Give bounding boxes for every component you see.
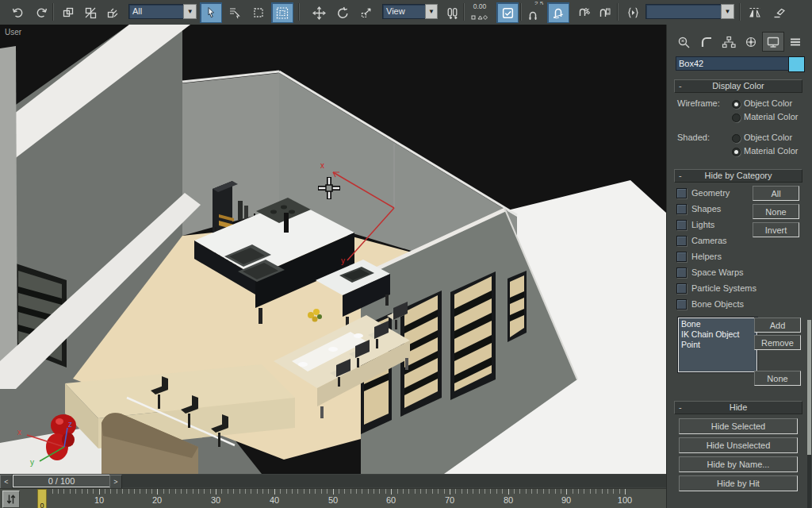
particle-systems-checkbox[interactable] [676, 283, 687, 294]
named-selection-sets-dropdown[interactable]: ▼ [645, 4, 734, 19]
next-frame-button[interactable]: > [109, 475, 122, 489]
panel-scrollbar[interactable] [807, 320, 811, 508]
rollout-hide[interactable]: - Hide [674, 401, 802, 414]
display-icon [766, 36, 780, 48]
reference-coordinate-dropdown[interactable]: View ▼ [382, 4, 438, 19]
angle-snap-toggle[interactable] [547, 2, 569, 23]
frame-tick [543, 489, 544, 494]
rollout-hide-by-category[interactable]: - Hide by Category [674, 169, 802, 183]
frame-tick [450, 489, 450, 495]
undo-button[interactable] [6, 2, 29, 23]
hide-by-hit-button[interactable]: Hide by Hit [679, 475, 798, 491]
geometry-checkbox[interactable] [676, 188, 687, 198]
lights-checkbox[interactable] [676, 220, 687, 230]
tab-motion[interactable] [740, 32, 762, 52]
invert-button[interactable]: Invert [753, 222, 799, 237]
frame-tick [280, 489, 281, 494]
helpers-checkbox[interactable] [676, 252, 687, 262]
category-label: Shapes [691, 204, 721, 214]
select-object-button[interactable] [200, 2, 222, 23]
dropdown-arrow-icon[interactable]: ▼ [721, 4, 734, 19]
dropdown-arrow-icon[interactable]: ▼ [425, 4, 438, 19]
list-item[interactable]: Bone [681, 319, 754, 329]
redo-icon [35, 6, 48, 19]
named-sets-value [645, 4, 721, 19]
select-and-link-button[interactable] [57, 2, 79, 23]
frame-tick [455, 489, 456, 494]
align-button[interactable] [768, 2, 790, 23]
use-pivot-center-button[interactable] [441, 2, 463, 23]
keyboard-override-icon [626, 6, 640, 19]
viewport-user[interactable]: User x y x y z [0, 25, 666, 474]
rect-region-icon [252, 6, 265, 19]
none-button[interactable]: None [753, 204, 799, 219]
snap-toggle-button[interactable] [522, 5, 544, 25]
tab-utilities[interactable] [784, 32, 806, 52]
redo-button[interactable] [30, 2, 52, 23]
time-slider-handle[interactable]: 0 [37, 489, 47, 508]
percent-snap-toggle[interactable] [573, 2, 595, 23]
select-and-scale-button[interactable] [355, 2, 377, 23]
rollout-display-color[interactable]: - Display Color [674, 79, 802, 93]
select-and-manipulate-button[interactable] [496, 2, 519, 23]
viewport-label: User [5, 28, 21, 37]
category-label: Helpers [691, 252, 722, 261]
rectangular-selection-button[interactable] [247, 2, 270, 23]
previous-frame-button[interactable]: < [0, 475, 13, 489]
spinner-snap-toggle[interactable] [593, 2, 615, 23]
list-item[interactable]: IK Chain Object [681, 329, 754, 340]
hide-selected-button[interactable]: Hide Selected [679, 418, 798, 434]
trackbar-ruler[interactable]: 10 20 30 40 50 60 70 80 90 100 0 [0, 489, 666, 508]
wireframe-object-color-radio[interactable] [732, 100, 741, 109]
frame-tick [613, 489, 614, 494]
tab-modify[interactable] [695, 32, 718, 52]
frame-tick [490, 489, 491, 494]
all-button[interactable]: All [753, 186, 799, 201]
frame-tick [82, 489, 82, 494]
frame-tick [228, 489, 228, 494]
bind-to-space-warp-button[interactable] [102, 2, 124, 23]
object-name-field[interactable] [676, 56, 790, 71]
tripod-x-label: x [17, 428, 21, 437]
add-button[interactable]: Add [754, 318, 801, 333]
list-none-button[interactable]: None [754, 371, 801, 386]
list-item[interactable]: Point [681, 340, 754, 350]
select-and-rotate-button[interactable] [331, 2, 354, 23]
hide-unselected-button[interactable]: Hide Unselected [679, 437, 798, 453]
category-listbox[interactable]: Bone IK Chain Object Point [678, 318, 757, 372]
frame-tick [262, 489, 263, 494]
offset-indicator[interactable]: 0.00 [468, 2, 492, 21]
mirror-button[interactable] [744, 2, 766, 23]
space-warps-checkbox[interactable] [676, 267, 687, 278]
frame-tick [93, 489, 94, 494]
scrollbar-thumb[interactable] [807, 320, 811, 455]
selection-filter-dropdown[interactable]: All ▼ [128, 4, 197, 19]
dropdown-arrow-icon[interactable]: ▼ [183, 4, 197, 19]
remove-button[interactable]: Remove [754, 335, 801, 350]
tab-create[interactable] [673, 32, 695, 52]
keyboard-override-toggle[interactable] [622, 2, 644, 23]
tab-display[interactable] [762, 32, 784, 52]
frame-tick [339, 489, 339, 494]
button-label: Hide by Name... [707, 460, 770, 469]
frame-tick [110, 489, 111, 494]
tab-hierarchy[interactable] [718, 32, 740, 52]
wireframe-material-color-radio[interactable] [732, 114, 741, 122]
frame-tick [117, 489, 117, 494]
window-crossing-toggle[interactable] [271, 2, 293, 23]
frame-tick [379, 489, 380, 494]
frame-tick-label: 30 [211, 495, 220, 505]
frame-display-button[interactable]: 0 / 100 [13, 475, 110, 487]
shaded-object-color-radio[interactable] [732, 134, 741, 143]
object-color-swatch[interactable] [788, 56, 805, 72]
unlink-selection-button[interactable] [79, 2, 102, 23]
hide-by-name-button[interactable]: Hide by Name... [679, 456, 798, 472]
cameras-checkbox[interactable] [676, 236, 687, 246]
select-and-move-button[interactable] [308, 2, 330, 23]
frame-tick [327, 489, 327, 494]
shaded-material-color-radio[interactable] [732, 148, 741, 156]
shapes-checkbox[interactable] [676, 204, 687, 214]
frame-tick [590, 489, 591, 494]
bone-objects-checkbox[interactable] [676, 299, 687, 310]
select-by-name-button[interactable] [224, 2, 246, 23]
